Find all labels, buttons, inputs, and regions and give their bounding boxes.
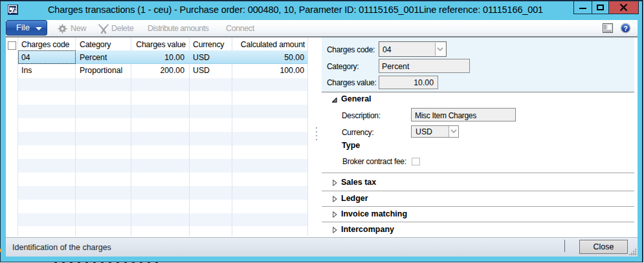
svg-text:?: ? — [623, 25, 628, 32]
